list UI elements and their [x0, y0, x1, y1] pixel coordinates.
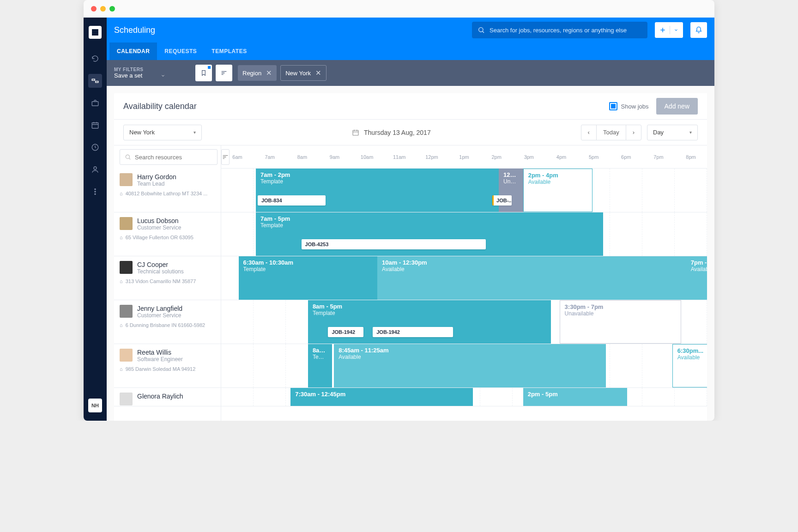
close-icon[interactable]: ✕: [266, 69, 272, 77]
filters-dropdown[interactable]: MY FILTERS Save a set: [107, 67, 190, 79]
resource-address: ⌂40812 Bobwhite Lathrop MT 3234 ...: [120, 191, 215, 196]
job-chip[interactable]: JOB-834: [258, 195, 326, 206]
job-chip[interactable]: JOB-1942: [373, 327, 453, 337]
block-subtitle: Template: [260, 222, 598, 229]
topbar-row: Scheduling: [107, 18, 714, 42]
add-new-button[interactable]: Add new: [656, 98, 698, 115]
app-logo[interactable]: [89, 26, 102, 39]
svg-rect-1: [92, 32, 98, 33]
resource-name: Jenny Langfield: [137, 305, 182, 312]
more-icon[interactable]: [88, 185, 102, 199]
calendar-icon[interactable]: [88, 118, 102, 132]
prev-day-button[interactable]: ‹: [581, 125, 597, 140]
global-search-input[interactable]: [490, 27, 642, 34]
today-button[interactable]: Today: [597, 125, 626, 140]
tab-templates[interactable]: TEMPLATES: [204, 42, 254, 60]
home-icon: ⌂: [120, 366, 123, 372]
time-tick: 7pm: [642, 145, 675, 168]
user-avatar-badge[interactable]: NH: [88, 399, 102, 412]
filter-settings-button[interactable]: [216, 65, 232, 81]
availability-block[interactable]: 8:45am - 11:25amAvailable: [334, 344, 606, 387]
resource-row[interactable]: Glenora Raylich: [114, 388, 221, 406]
view-select[interactable]: Day ▾: [647, 125, 698, 140]
home-icon: ⌂: [120, 235, 123, 240]
time-tick: 11am: [383, 145, 416, 168]
block-time: 6:30am - 10:30am: [243, 259, 373, 266]
chevron-down-icon: ▾: [689, 130, 692, 135]
topbar: Scheduling CALENDARREQUESTST: [107, 18, 714, 60]
availability-block[interactable]: 6:30am - 10:30amTemplate: [239, 256, 378, 300]
home-icon: ⌂: [120, 191, 123, 196]
availability-block[interactable]: 2pm - 4pmAvailable: [523, 169, 592, 212]
close-window-icon[interactable]: [91, 6, 97, 12]
page-title: Scheduling: [114, 25, 155, 35]
chip-label: New York: [285, 70, 311, 77]
availability-block[interactable]: 7:30am - 12:45pm: [290, 388, 473, 406]
block-time: 8am...: [313, 347, 328, 354]
refresh-icon[interactable]: [88, 52, 102, 66]
block-subtitle: Unavailable: [565, 310, 676, 317]
tab-requests[interactable]: REQUESTS: [157, 42, 204, 60]
svg-rect-4: [96, 81, 98, 83]
resource-row[interactable]: CJ CooperTechnical solutions⌂313 Vidon C…: [114, 256, 221, 300]
svg-rect-0: [92, 30, 98, 31]
block-subtitle: Available: [382, 266, 707, 272]
job-chip[interactable]: JOB-1942: [328, 327, 363, 337]
timeline-row: 7am - 5pmTemplateJOB-4253: [221, 212, 707, 256]
block-subtitle: Template: [243, 266, 373, 272]
bookmark-button[interactable]: [195, 65, 212, 81]
block-time: 7:30am - 12:45pm: [295, 391, 468, 398]
minimize-window-icon[interactable]: [100, 6, 106, 12]
availability-block[interactable]: 6:30pm...Available: [672, 344, 707, 387]
history-icon[interactable]: [88, 140, 102, 154]
svg-point-12: [479, 28, 483, 32]
resource-name: Harry Gordon: [137, 173, 176, 181]
filter-chip[interactable]: New York✕: [280, 65, 326, 81]
resources-search-row: [114, 145, 221, 169]
global-search[interactable]: [472, 22, 647, 38]
time-tick: 8pm: [675, 145, 707, 168]
resource-row[interactable]: Harry GordonTeam Lead⌂40812 Bobwhite Lat…: [114, 169, 221, 212]
close-icon[interactable]: ✕: [315, 69, 321, 77]
avatar: [120, 173, 133, 186]
add-button[interactable]: [655, 22, 683, 38]
notifications-button[interactable]: [690, 22, 707, 38]
bell-icon: [695, 26, 702, 34]
availability-block[interactable]: 8am...Templ...: [308, 344, 332, 387]
resource-role: Software Engineer: [137, 356, 183, 363]
maximize-window-icon[interactable]: [109, 6, 115, 12]
resource-row[interactable]: Lucus DobsonCustomer Service⌂65 Village …: [114, 212, 221, 256]
job-chip[interactable]: JOB-...: [492, 195, 512, 206]
tab-calendar[interactable]: CALENDAR: [109, 42, 157, 60]
resource-row[interactable]: Jenny LangfieldCustomer Service⌂6 Dunnin…: [114, 300, 221, 344]
availability-block[interactable]: 7pm - 9pmAvailable: [686, 256, 707, 300]
timeline-row: 6:30am - 10:30amTemplate10am - 12:30pmAv…: [221, 256, 707, 300]
block-subtitle: Available: [677, 354, 707, 361]
scheduling-icon[interactable]: [88, 74, 102, 88]
region-select[interactable]: New York ▾: [123, 125, 202, 140]
briefcase-icon[interactable]: [88, 96, 102, 110]
svg-rect-5: [92, 102, 98, 106]
resource-address: ⌂985 Darwin Soledad MA 94912: [120, 366, 215, 372]
block-time: 8:45am - 11:25am: [339, 347, 601, 354]
content-panel: Availability calendar Show jobs Add new …: [114, 93, 707, 421]
chevron-down-icon: ▾: [193, 130, 196, 135]
timeline-row: 7:30am - 12:45pm2pm - 5pm: [221, 388, 707, 406]
filter-chip[interactable]: Region✕: [238, 65, 277, 81]
user-icon[interactable]: [88, 163, 102, 176]
job-chip[interactable]: JOB-4253: [302, 239, 486, 249]
time-tick: 7am: [254, 145, 286, 168]
timeline-row: 7am - 2pmTemplate12pm - ...Unavail...2pm…: [221, 169, 707, 212]
availability-block[interactable]: 2pm - 5pm: [523, 388, 627, 406]
resources-search-box[interactable]: [120, 149, 218, 165]
resource-row[interactable]: Reeta WillisSoftware Engineer⌂985 Darwin…: [114, 344, 221, 388]
time-tick: 4pm: [545, 145, 577, 168]
time-tick: 12pm: [416, 145, 448, 168]
resources-search-input[interactable]: [135, 154, 212, 161]
block-subtitle: Template: [260, 178, 494, 185]
show-jobs-toggle[interactable]: Show jobs: [609, 102, 649, 110]
availability-block[interactable]: 10am - 12:30pmAvailable: [377, 256, 707, 300]
topbar-tabs: CALENDARREQUESTSTEMPLATES: [107, 42, 714, 60]
next-day-button[interactable]: ›: [626, 125, 641, 140]
availability-block[interactable]: 3:30pm - 7pmUnavailable: [560, 300, 681, 344]
